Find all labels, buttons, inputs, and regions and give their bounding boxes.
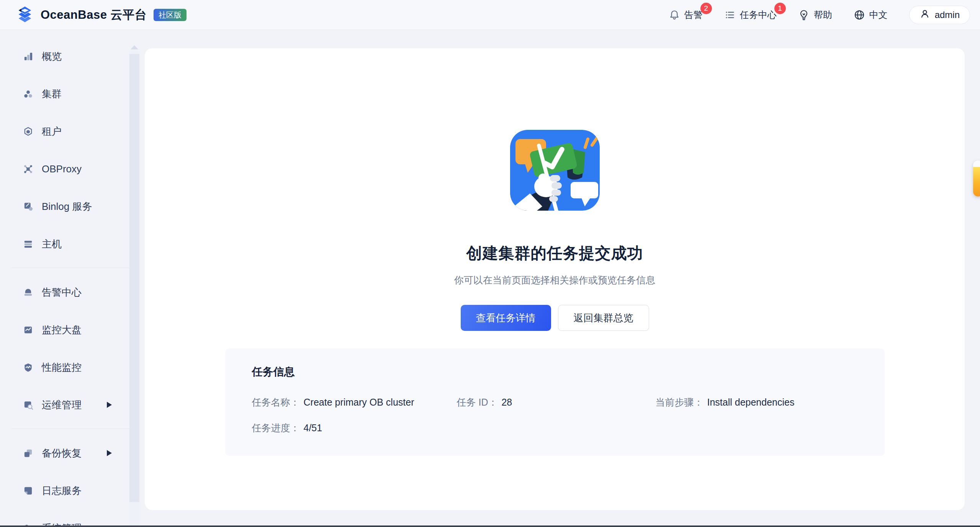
edge-floating-tab[interactable] <box>973 160 980 196</box>
nav-help[interactable]: 帮助 <box>798 9 832 21</box>
nav-alerts[interactable]: 告警 2 <box>669 9 703 21</box>
app-body: 概览 集群 租户 <box>0 30 980 527</box>
bar-chart-icon <box>23 51 33 62</box>
result-page-card: 创建集群的任务提交成功 你可以在当前页面选择相关操作或预览任务信息 查看任务详情… <box>145 48 965 510</box>
header-nav: 告警 2 任务中心 1 <box>669 6 970 24</box>
monitor-chart-icon <box>23 325 33 335</box>
oceanbase-logo-icon <box>16 5 34 25</box>
current-step-label: 当前步骤： <box>656 396 704 409</box>
action-buttons: 查看任务详情 返回集群总览 <box>461 305 649 331</box>
sidebar-scrollbar-track[interactable] <box>129 51 139 527</box>
alarm-icon <box>23 287 33 298</box>
task-info-row: 任务名称： Create primary OB cluster 任务 ID： 2… <box>252 396 858 409</box>
sidebar-item-alert-center[interactable]: 告警中心 <box>0 273 145 311</box>
user-menu[interactable]: admin <box>909 6 970 24</box>
task-info-card: 任务信息 任务名称： Create primary OB cluster 任务 … <box>225 349 885 456</box>
sidebar-item-obproxy[interactable]: OBProxy <box>0 150 145 188</box>
back-to-cluster-overview-button[interactable]: 返回集群总览 <box>558 305 649 331</box>
current-step-value: Install dependencies <box>707 397 795 408</box>
task-progress-field: 任务进度： 4/51 <box>252 422 457 434</box>
nav-alerts-label: 告警 <box>684 9 703 21</box>
sidebar-item-host[interactable]: 主机 <box>0 225 145 263</box>
lightbulb-icon <box>798 9 810 21</box>
task-id-label: 任务 ID： <box>457 396 498 409</box>
nav-task-center[interactable]: 任务中心 1 <box>724 9 777 21</box>
product-name: OceanBase 云平台 <box>41 7 147 23</box>
result-subtitle: 你可以在当前页面选择相关操作或预览任务信息 <box>454 274 655 286</box>
sidebar-label: 日志服务 <box>42 484 82 498</box>
edge-tab-body <box>973 167 980 196</box>
current-step-field: 当前步骤： Install dependencies <box>656 396 858 409</box>
top-header: OceanBase 云平台 社区版 告警 2 <box>0 0 980 30</box>
sidebar-label: Binlog 服务 <box>42 200 92 213</box>
cluster-icon <box>23 89 33 99</box>
task-progress-label: 任务进度： <box>252 422 300 434</box>
tenant-cube-icon <box>23 126 33 137</box>
sidebar-label: 监控大盘 <box>42 323 82 337</box>
backup-copy-icon <box>23 448 33 458</box>
task-info-title: 任务信息 <box>252 365 858 379</box>
person-icon <box>919 8 930 21</box>
alerts-count-badge: 2 <box>700 3 712 14</box>
sidebar-divider <box>11 268 134 268</box>
nav-language[interactable]: 中文 <box>854 9 888 21</box>
performance-shield-icon <box>23 362 33 373</box>
sidebar-item-ops-management[interactable]: 运维管理 <box>0 386 145 424</box>
sidebar-item-system-management[interactable]: 系统管理 <box>0 509 145 527</box>
expand-arrow-icon <box>107 402 112 408</box>
sidebar-scrollbar-thumb[interactable] <box>129 54 139 502</box>
edition-badge: 社区版 <box>154 9 187 21</box>
nav-task-center-label: 任务中心 <box>740 9 777 21</box>
sidebar-item-cluster[interactable]: 集群 <box>0 75 145 113</box>
task-progress-value: 4/51 <box>304 422 322 434</box>
task-name-value: Create primary OB cluster <box>304 397 414 408</box>
task-id-value: 28 <box>501 397 512 408</box>
sidebar-item-log-service[interactable]: 日志服务 <box>0 472 145 509</box>
sidebar-item-overview[interactable]: 概览 <box>0 38 145 75</box>
sidebar-divider <box>11 429 134 429</box>
sidebar-label: 备份恢复 <box>42 447 82 460</box>
sidebar-label: 集群 <box>42 87 62 101</box>
globe-icon <box>854 9 865 21</box>
ops-magnifier-icon <box>23 400 33 410</box>
result-title: 创建集群的任务提交成功 <box>466 243 643 264</box>
nav-language-label: 中文 <box>869 9 888 21</box>
view-task-detail-button[interactable]: 查看任务详情 <box>461 305 551 331</box>
task-id-field: 任务 ID： 28 <box>457 396 656 409</box>
sidebar-label: 性能监控 <box>42 361 82 374</box>
success-illustration <box>510 130 600 212</box>
ocp-app: OceanBase 云平台 社区版 告警 2 <box>0 0 980 527</box>
bottom-edge-strip <box>0 525 980 527</box>
log-note-icon <box>23 486 33 496</box>
main-area: 创建集群的任务提交成功 你可以在当前页面选择相关操作或预览任务信息 查看任务详情… <box>145 30 980 527</box>
sidebar-nav: 概览 集群 租户 <box>0 30 145 527</box>
scrollbar-up-arrow[interactable] <box>131 45 138 49</box>
proxy-icon <box>23 164 33 174</box>
binlog-icon <box>23 201 33 212</box>
sidebar-label: 概览 <box>42 50 62 63</box>
username: admin <box>935 10 960 20</box>
task-center-count-badge: 1 <box>774 3 786 14</box>
sidebar-label: 运维管理 <box>42 398 82 412</box>
task-list-icon <box>724 9 736 21</box>
sidebar-item-performance[interactable]: 性能监控 <box>0 349 145 386</box>
task-info-row: 任务进度： 4/51 <box>252 422 858 434</box>
logo[interactable]: OceanBase 云平台 社区版 <box>16 5 187 25</box>
bell-icon <box>669 9 680 21</box>
task-name-field: 任务名称： Create primary OB cluster <box>252 396 457 409</box>
sidebar-item-backup-recovery[interactable]: 备份恢复 <box>0 434 145 472</box>
sidebar-label: 告警中心 <box>42 286 82 299</box>
sidebar-item-monitor-dashboard[interactable]: 监控大盘 <box>0 311 145 349</box>
sidebar-label: 主机 <box>42 237 62 251</box>
sidebar-label: 租户 <box>42 125 62 138</box>
task-name-label: 任务名称： <box>252 396 300 409</box>
nav-help-label: 帮助 <box>814 9 832 21</box>
sidebar-item-tenant[interactable]: 租户 <box>0 113 145 150</box>
sidebar-item-binlog[interactable]: Binlog 服务 <box>0 188 145 225</box>
expand-arrow-icon <box>107 450 112 456</box>
host-icon <box>23 239 33 249</box>
sidebar-label: OBProxy <box>42 163 82 175</box>
